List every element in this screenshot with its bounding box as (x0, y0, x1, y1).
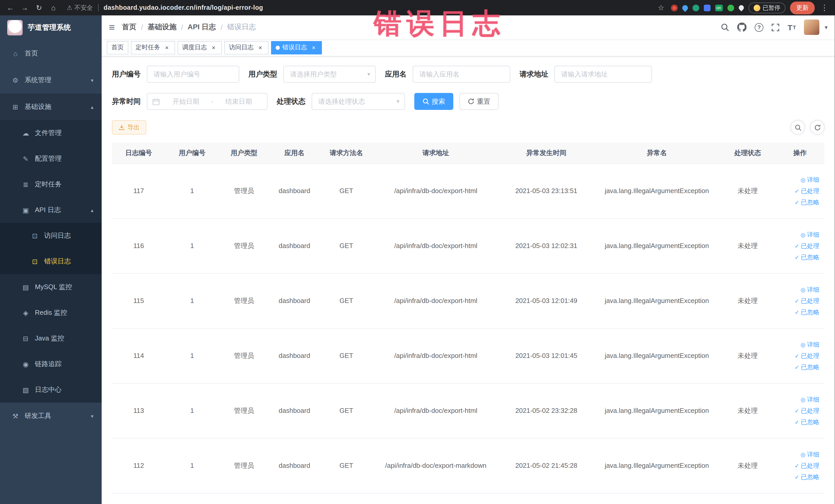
tab-error-log[interactable]: 错误日志× (271, 41, 322, 54)
close-icon[interactable]: × (210, 44, 217, 51)
security-label[interactable]: 不安全 (75, 3, 93, 12)
user-type-select[interactable]: 请选择用户类型 ▾ (283, 66, 376, 83)
sidebar-item-access-log[interactable]: ⊡访问日志 (0, 223, 102, 248)
browser-home-button[interactable]: ⌂ (48, 4, 59, 12)
help-icon[interactable]: ? (755, 23, 763, 32)
close-icon[interactable]: × (163, 44, 170, 51)
api-log-icon: ▣ (21, 206, 31, 214)
request-url-input[interactable] (554, 66, 652, 83)
extension-icon-5[interactable] (727, 4, 734, 11)
table-row: 1151管理员dashboardGET/api/infra/db-doc/exp… (112, 273, 824, 328)
action-ignored[interactable]: ✓已忽略 (778, 416, 819, 427)
breadcrumb-item-infrastructure[interactable]: 基础设施 (148, 23, 176, 32)
gear-icon: ⚙ (10, 76, 21, 84)
toggle-search-button[interactable] (791, 120, 805, 135)
log-id-cell: 115 (112, 273, 165, 328)
action-detail[interactable]: ◎详细 (778, 284, 819, 295)
action-detail[interactable]: ◎详细 (778, 339, 819, 350)
sidebar-item-infrastructure[interactable]: ⊞基础设施▴ (0, 94, 102, 120)
exception-name-cell: java.lang.IllegalArgumentException (594, 383, 720, 438)
hamburger-icon[interactable]: ≡ (109, 21, 115, 33)
exception-time-cell: 2021-05-03 12:01:49 (498, 273, 594, 328)
app-name-input[interactable] (413, 66, 510, 83)
action-ignored[interactable]: ✓已忽略 (778, 471, 819, 482)
end-date-placeholder[interactable]: 结束日期 (216, 97, 262, 106)
action-label: 已忽略 (801, 361, 819, 372)
sidebar-item-redis-monitor[interactable]: ◈Redis 监控 (0, 300, 102, 326)
action-processed[interactable]: ✓已处理 (778, 295, 819, 306)
action-processed[interactable]: ✓已处理 (778, 240, 819, 251)
app-logo[interactable]: 芋道管理系统 (0, 15, 102, 40)
exception-name-cell: java.lang.IllegalArgumentException (594, 438, 720, 493)
sidebar-item-cron-jobs[interactable]: ≣定时任务 (0, 172, 102, 197)
sidebar-item-dev-tools[interactable]: ⚒研发工具▾ (0, 403, 102, 429)
sidebar-item-config-management[interactable]: ✎配置管理 (0, 146, 102, 172)
refresh-table-button[interactable] (810, 120, 824, 135)
action-processed[interactable]: ✓已处理 (778, 185, 819, 196)
reset-button[interactable]: 重置 (460, 93, 498, 110)
action-label: 已处理 (801, 460, 819, 471)
url-bar[interactable]: dashboard.yudao.iocoder.cn/infra/log/api… (104, 4, 651, 11)
sidebar-item-label: 日志中心 (35, 385, 62, 395)
sidebar-item-file-management[interactable]: ☁文件管理 (0, 120, 102, 146)
extension-icon-2[interactable] (681, 4, 689, 12)
action-ignored[interactable]: ✓已忽略 (778, 306, 819, 318)
browser-update-button[interactable]: 更新 (790, 1, 815, 14)
breadcrumb-item-home[interactable]: 首页 (122, 23, 136, 32)
sidebar-item-mysql-monitor[interactable]: ▤MySQL 监控 (0, 274, 102, 300)
extension-icon-4[interactable] (704, 4, 710, 11)
fullscreen-icon[interactable] (772, 23, 779, 31)
extension-on-badge[interactable]: on (715, 4, 722, 11)
sidebar-item-trace[interactable]: ◉链路追踪 (0, 351, 102, 377)
search-icon (423, 98, 429, 105)
exception-time-range-picker[interactable]: 开始日期 - 结束日期 (147, 93, 267, 110)
action-processed[interactable]: ✓已处理 (778, 405, 819, 416)
tab-job-log[interactable]: 调度日志× (178, 41, 222, 54)
sidebar-item-error-log[interactable]: ⊡错误日志 (0, 248, 102, 274)
process-status-select[interactable]: 请选择处理状态 ▾ (312, 93, 405, 110)
action-processed[interactable]: ✓已处理 (778, 460, 819, 471)
extension-icon-3[interactable] (692, 4, 699, 11)
paused-extension-badge[interactable]: 已暂停 (748, 2, 786, 13)
avatar[interactable] (804, 20, 820, 35)
action-detail[interactable]: ◎详细 (778, 448, 819, 460)
action-ignored[interactable]: ✓已忽略 (778, 196, 819, 208)
action-ignored[interactable]: ✓已忽略 (778, 361, 819, 372)
sidebar-item-system-management[interactable]: ⚙系统管理▾ (0, 67, 102, 94)
sidebar-item-api-logs[interactable]: ▣API 日志▴ (0, 197, 102, 223)
reload-button[interactable]: ↻ (34, 4, 44, 12)
action-processed[interactable]: ✓已处理 (778, 350, 819, 361)
tab-access-log[interactable]: 访问日志× (224, 41, 268, 54)
action-detail[interactable]: ◎详细 (778, 394, 819, 405)
search-button[interactable]: 搜索 (414, 93, 453, 110)
action-detail[interactable]: ◎详细 (778, 229, 819, 240)
back-button[interactable]: ← (5, 4, 15, 12)
check-icon: ✓ (795, 251, 799, 263)
breadcrumb-item-api-logs[interactable]: API 日志 (188, 23, 216, 32)
search-icon[interactable] (721, 23, 729, 31)
action-detail[interactable]: ◎详细 (778, 174, 819, 185)
browser-menu-icon[interactable]: ⋮ (819, 3, 830, 12)
tab-cron-jobs[interactable]: 定时任务× (131, 41, 175, 54)
extension-icon-1[interactable] (671, 4, 677, 11)
sidebar-item-home[interactable]: ⌂首页 (0, 40, 102, 67)
user-id-input[interactable] (147, 66, 239, 83)
user-id-cell: 1 (165, 438, 219, 493)
chevron-down-icon[interactable]: ▾ (825, 24, 828, 31)
bookmark-star-icon[interactable]: ☆ (656, 4, 666, 12)
sidebar-item-java-monitor[interactable]: ⊟Java 监控 (0, 326, 102, 351)
action-ignored[interactable]: ✓已忽略 (778, 251, 819, 263)
home-icon: ⌂ (10, 49, 21, 57)
font-size-icon[interactable]: TT (788, 23, 796, 32)
pin-extension-icon[interactable] (737, 4, 745, 11)
forward-button[interactable]: → (20, 4, 30, 12)
export-button[interactable]: 导出 (112, 120, 146, 135)
start-date-placeholder[interactable]: 开始日期 (163, 97, 209, 106)
sidebar-item-log-center[interactable]: ▧日志中心 (0, 377, 102, 403)
close-icon[interactable]: × (310, 44, 317, 51)
user-type-label: 用户类型 (248, 69, 277, 79)
tab-home[interactable]: 首页 (107, 41, 128, 54)
check-icon: ✓ (795, 471, 799, 482)
github-icon[interactable] (737, 23, 747, 32)
close-icon[interactable]: × (257, 44, 264, 51)
